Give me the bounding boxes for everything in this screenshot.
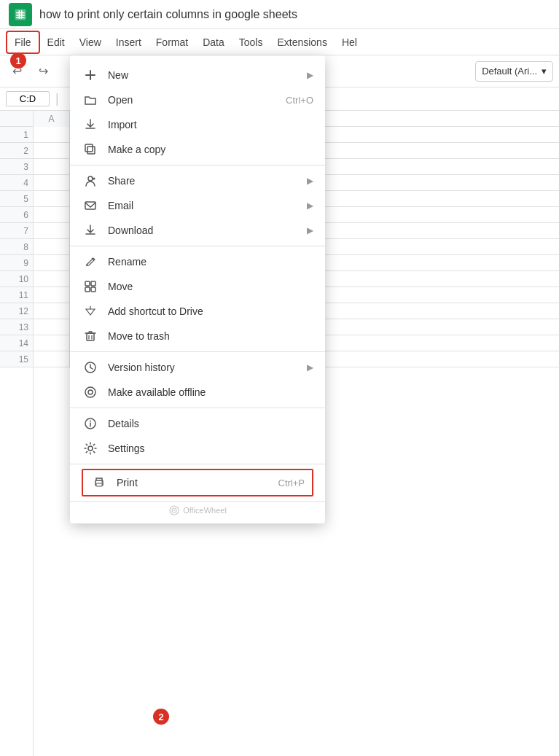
font-selector[interactable]: Default (Ari... ▾	[475, 61, 553, 82]
download-arrow-icon: ▶	[307, 225, 313, 235]
cell-a14[interactable]	[34, 335, 70, 351]
print-shortcut: Ctrl+P	[278, 478, 305, 488]
cell-a2[interactable]	[34, 143, 70, 159]
history-label: Version history	[108, 362, 301, 373]
details-label: Details	[108, 418, 313, 429]
cell-a1[interactable]	[34, 127, 70, 143]
arrow-icon: ▶	[307, 70, 313, 80]
svg-rect-12	[85, 202, 95, 209]
svg-point-29	[173, 510, 175, 511]
menu-section-3: Rename Move Add shortcut to Drive	[70, 246, 325, 352]
row-header-8: 8	[0, 239, 33, 255]
menu-move[interactable]: Move	[70, 274, 325, 299]
cell-a8[interactable]	[34, 239, 70, 255]
col-header-a[interactable]: A	[34, 111, 70, 127]
menu-copy[interactable]: Make a copy	[70, 137, 325, 162]
menu-section-1: New ▶ Open Ctrl+O Import	[70, 60, 325, 165]
menu-rename[interactable]: Rename	[70, 249, 325, 274]
menu-format[interactable]: Format	[149, 32, 195, 52]
svg-rect-15	[85, 287, 90, 292]
cell-a6[interactable]	[34, 207, 70, 223]
menu-trash[interactable]: Move to trash	[70, 324, 325, 348]
svg-rect-9	[85, 144, 93, 152]
cell-a15[interactable]	[34, 351, 70, 367]
menu-new[interactable]: New ▶	[70, 63, 325, 87]
row-header-1: 1	[0, 127, 33, 143]
menu-extensions[interactable]: Extensions	[270, 32, 334, 52]
menu-section-5: Details Settings	[70, 408, 325, 464]
row-header-10: 10	[0, 271, 33, 287]
folder-open-icon	[82, 93, 99, 106]
menu-insert[interactable]: Insert	[109, 32, 149, 52]
row-header-3: 3	[0, 159, 33, 175]
menu-import[interactable]: Import	[70, 112, 325, 137]
cell-a7[interactable]	[34, 223, 70, 239]
settings-icon	[82, 442, 99, 455]
watermark: OfficeWheel	[70, 502, 325, 519]
move-label: Move	[108, 281, 313, 292]
share-arrow-icon: ▶	[307, 176, 313, 186]
menu-email[interactable]: Email ▶	[70, 193, 325, 218]
cell-a9[interactable]	[34, 255, 70, 271]
menu-share[interactable]: Share ▶	[70, 168, 325, 193]
row-header-13: 13	[0, 319, 33, 335]
print-icon	[90, 476, 108, 489]
menu-help[interactable]: Hel	[335, 32, 364, 52]
row-header-12: 12	[0, 303, 33, 319]
svg-rect-14	[91, 281, 95, 286]
rename-label: Rename	[108, 256, 313, 268]
svg-rect-2	[16, 15, 25, 16]
cell-reference[interactable]: C:D	[6, 91, 50, 106]
menu-view[interactable]: View	[72, 32, 109, 52]
menu-version-history[interactable]: Version history ▶	[70, 355, 325, 380]
download-icon	[82, 224, 99, 237]
share-icon	[82, 174, 99, 187]
svg-rect-25	[96, 483, 102, 486]
file-menu-dropdown: New ▶ Open Ctrl+O Import	[70, 55, 325, 523]
plus-icon	[82, 69, 99, 82]
corner-header	[0, 111, 33, 127]
redo-button[interactable]: ↪	[32, 61, 54, 82]
info-icon	[82, 417, 99, 430]
menu-edit[interactable]: Edit	[40, 32, 72, 52]
history-icon	[82, 361, 99, 374]
chevron-down-icon: ▾	[542, 66, 547, 77]
row-header-5: 5	[0, 191, 33, 207]
cell-a13[interactable]	[34, 319, 70, 335]
watermark-text: OfficeWheel	[183, 506, 227, 515]
svg-rect-3	[16, 17, 25, 18]
import-label: Import	[108, 119, 313, 130]
menu-file[interactable]: File	[6, 31, 40, 54]
svg-point-20	[88, 390, 93, 394]
menu-print[interactable]: Print Ctrl+P	[82, 469, 313, 496]
email-label: Email	[108, 200, 301, 211]
svg-point-23	[88, 446, 93, 451]
menu-download[interactable]: Download ▶	[70, 218, 325, 243]
email-icon	[82, 199, 99, 212]
open-shortcut: Ctrl+O	[286, 95, 313, 106]
print-label: Print	[117, 477, 270, 488]
shortcut-label: Add shortcut to Drive	[108, 305, 313, 317]
font-name: Default (Ari...	[482, 66, 537, 77]
menu-section-4: Version history ▶ Make available offline	[70, 352, 325, 408]
badge-1: 1	[10, 52, 26, 69]
svg-rect-5	[21, 10, 23, 19]
menu-details[interactable]: Details	[70, 411, 325, 436]
cell-a12[interactable]	[34, 303, 70, 319]
menu-data[interactable]: Data	[195, 32, 232, 52]
menu-add-shortcut[interactable]: Add shortcut to Drive	[70, 299, 325, 324]
menu-tools[interactable]: Tools	[232, 32, 270, 52]
cell-a4[interactable]	[34, 175, 70, 191]
email-arrow-icon: ▶	[307, 200, 313, 211]
row-header-15: 15	[0, 351, 33, 367]
menu-open[interactable]: Open Ctrl+O	[70, 87, 325, 112]
row-header-6: 6	[0, 207, 33, 223]
cell-a3[interactable]	[34, 159, 70, 175]
cell-a10[interactable]	[34, 271, 70, 287]
menu-settings[interactable]: Settings	[70, 436, 325, 461]
menu-offline[interactable]: Make available offline	[70, 380, 325, 405]
cell-a5[interactable]	[34, 191, 70, 207]
row-header-2: 2	[0, 143, 33, 159]
menu-section-2: Share ▶ Email ▶ Download ▶	[70, 165, 325, 246]
cell-a11[interactable]	[34, 287, 70, 303]
